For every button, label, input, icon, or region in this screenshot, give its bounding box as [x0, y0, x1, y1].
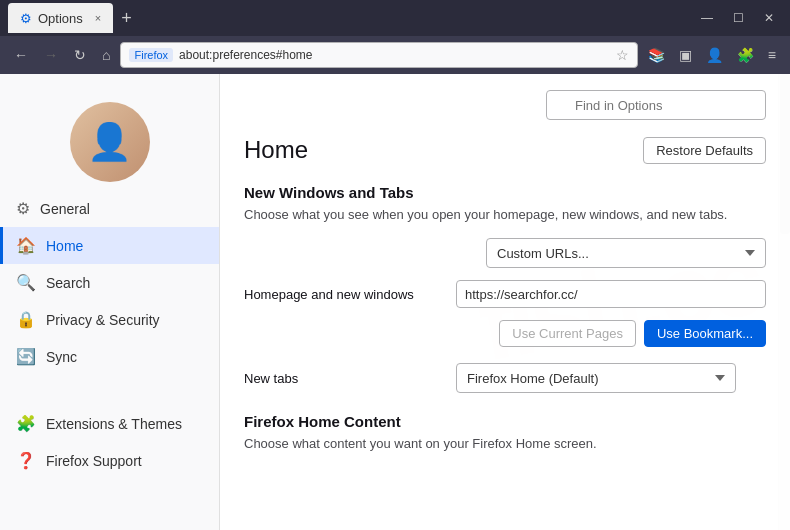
sidebar-toggle-button[interactable]: ▣ [673, 44, 698, 66]
sidebar-item-home-label: Home [46, 238, 83, 254]
main-container: fish.cc 👤 ⚙ General 🏠 Home 🔍 Search 🔒 Pr… [0, 74, 790, 530]
firefox-badge: Firefox [129, 48, 173, 62]
reload-button[interactable]: ↻ [68, 43, 92, 67]
sidebar-item-general-label: General [40, 201, 90, 217]
maximize-button[interactable]: ☐ [725, 9, 752, 27]
new-windows-tabs-title: New Windows and Tabs [244, 184, 766, 201]
tab-title: Options [38, 11, 83, 26]
sidebar-item-search[interactable]: 🔍 Search [0, 264, 219, 301]
homepage-label: Homepage and new windows [244, 287, 444, 302]
nav-icons: 📚 ▣ 👤 🧩 ≡ [642, 44, 782, 66]
sidebar-item-support[interactable]: ❓ Firefox Support [0, 442, 219, 479]
newtabs-row: New tabs Firefox Home (Default) Blank Pa… [244, 363, 766, 393]
sidebar-item-general[interactable]: ⚙ General [0, 190, 219, 227]
content-area: 🔍 Home Restore Defaults New Windows and … [220, 74, 790, 530]
bookmark-star-icon[interactable]: ☆ [616, 47, 629, 63]
tab-icon: ⚙ [20, 11, 32, 26]
button-row: Use Current Pages Use Bookmark... [244, 320, 766, 347]
sidebar-item-privacy-label: Privacy & Security [46, 312, 160, 328]
address-bar[interactable]: Firefox about:preferences#home ☆ [120, 42, 637, 68]
page-title-row: Home Restore Defaults [244, 136, 766, 164]
nav-bar: ← → ↻ ⌂ Firefox about:preferences#home ☆… [0, 36, 790, 74]
new-tab-button[interactable]: + [113, 8, 140, 29]
page-title: Home [244, 136, 308, 164]
support-icon: ❓ [16, 451, 36, 470]
home-icon: 🏠 [16, 236, 36, 255]
home-button[interactable]: ⌂ [96, 43, 116, 67]
window-controls: — ☐ ✕ [693, 9, 782, 27]
back-button[interactable]: ← [8, 43, 34, 67]
menu-button[interactable]: ≡ [762, 44, 782, 66]
sidebar-item-privacy[interactable]: 🔒 Privacy & Security [0, 301, 219, 338]
avatar-area: 👤 [0, 86, 219, 190]
sidebar-item-sync[interactable]: 🔄 Sync [0, 338, 219, 375]
dropdown-row: Custom URLs... Firefox Home (Default) Bl… [244, 238, 766, 268]
sidebar-item-sync-label: Sync [46, 349, 77, 365]
homepage-setting-row: Homepage and new windows [244, 280, 766, 308]
fhc-desc: Choose what content you want on your Fir… [244, 436, 766, 451]
sync-icon: 🔄 [16, 347, 36, 366]
sidebar-item-extensions[interactable]: 🧩 Extensions & Themes [0, 405, 219, 442]
sidebar-item-home[interactable]: 🏠 Home [0, 227, 219, 264]
avatar: 👤 [70, 102, 150, 182]
options-tab[interactable]: ⚙ Options × [8, 3, 113, 33]
search-icon: 🔍 [16, 273, 36, 292]
title-bar: ⚙ Options × + — ☐ ✕ [0, 0, 790, 36]
address-text: about:preferences#home [179, 48, 610, 62]
lock-icon: 🔒 [16, 310, 36, 329]
homepage-input[interactable] [456, 280, 766, 308]
use-current-pages-button[interactable]: Use Current Pages [499, 320, 636, 347]
close-tab-button[interactable]: × [95, 12, 101, 24]
extensions-icon: 🧩 [16, 414, 36, 433]
sidebar-item-support-label: Firefox Support [46, 453, 142, 469]
extensions-button[interactable]: 🧩 [731, 44, 760, 66]
general-icon: ⚙ [16, 199, 30, 218]
newtabs-label: New tabs [244, 371, 444, 386]
fhc-title: Firefox Home Content [244, 413, 766, 430]
account-button[interactable]: 👤 [700, 44, 729, 66]
tab-area: ⚙ Options × + [8, 3, 693, 33]
minimize-button[interactable]: — [693, 9, 721, 27]
find-bar: 🔍 [244, 90, 766, 120]
find-wrapper: 🔍 [546, 90, 766, 120]
sidebar-item-extensions-label: Extensions & Themes [46, 416, 182, 432]
use-bookmark-button[interactable]: Use Bookmark... [644, 320, 766, 347]
close-window-button[interactable]: ✕ [756, 9, 782, 27]
find-input[interactable] [546, 90, 766, 120]
forward-button[interactable]: → [38, 43, 64, 67]
new-windows-tabs-desc: Choose what you see when you open your h… [244, 207, 766, 222]
library-button[interactable]: 📚 [642, 44, 671, 66]
restore-defaults-button[interactable]: Restore Defaults [643, 137, 766, 164]
newtabs-select[interactable]: Firefox Home (Default) Blank Page [456, 363, 736, 393]
homepage-type-select[interactable]: Custom URLs... Firefox Home (Default) Bl… [486, 238, 766, 268]
sidebar: 👤 ⚙ General 🏠 Home 🔍 Search 🔒 Privacy & … [0, 74, 220, 530]
sidebar-item-search-label: Search [46, 275, 90, 291]
